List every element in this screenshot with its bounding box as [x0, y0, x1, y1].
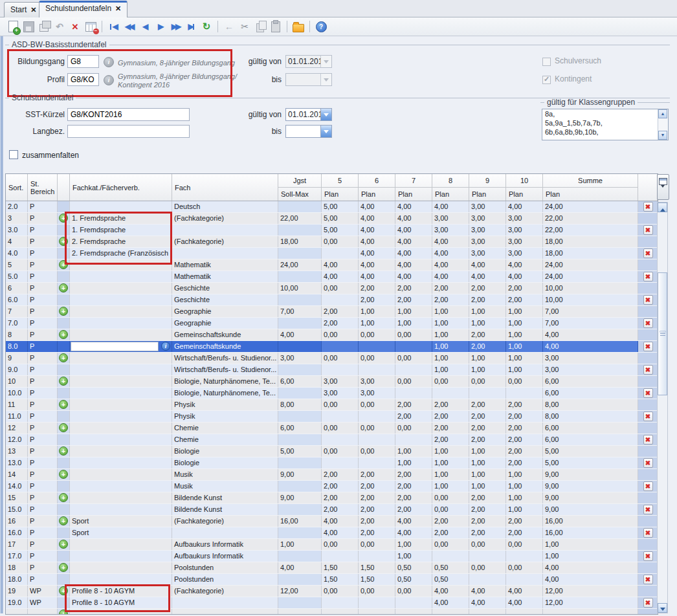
nav-next-icon[interactable]: ▶ [153, 20, 167, 33]
table-vertical-scrollbar[interactable] [657, 202, 668, 613]
add-subject-button[interactable]: + [59, 237, 68, 246]
scroll-down-icon[interactable] [658, 603, 667, 613]
klassengruppen-list[interactable]: 8a,5a,9a_1,5b,7a,7b,6b,6a,8b,9b,10b, ▲ ▼ [542, 109, 669, 140]
duplicate-record-icon[interactable] [37, 20, 51, 33]
table-row[interactable]: 19.0WPProfile 8 - 10 AGYM4,004,004,0012,… [6, 597, 658, 609]
table-row[interactable]: 4P+2. Fremdsprache(Fachkategorie)18,000,… [6, 236, 658, 248]
delete-row-button[interactable]: ✖ [643, 575, 653, 584]
column-chooser-button[interactable] [657, 174, 669, 200]
delete-row-button[interactable]: ✖ [643, 505, 653, 514]
bis-combo-basis[interactable] [285, 73, 332, 86]
add-subject-button[interactable]: + [59, 563, 68, 572]
table-row[interactable]: 6.0PGeschichte2,002,002,002,002,0010,00✖ [6, 294, 658, 306]
new-record-icon[interactable] [6, 20, 20, 33]
delete-row-button[interactable]: ✖ [643, 295, 653, 305]
table-row[interactable]: 17P+Aufbaukurs Informatik1,000,000,001,0… [6, 539, 658, 551]
table-row[interactable]: 16P+Sport(Fachkategorie)16,004,002,004,0… [6, 516, 658, 527]
gueltig-von-combo-basis[interactable]: 01.01.2016 [285, 55, 332, 68]
nav-fast-prev-icon[interactable]: ◀◀ [122, 20, 136, 33]
tab-schulstundentafeln[interactable]: Schulstundentafeln✕ [39, 1, 128, 17]
copy-icon[interactable] [253, 20, 267, 33]
delete-row-button[interactable]: ✖ [643, 272, 653, 281]
table-row[interactable]: 15P+Bildende Kunst9,002,002,002,000,002,… [6, 492, 658, 504]
klassengruppen-item[interactable]: 6b,6a,8b,9b,10b, [542, 127, 668, 137]
sst-kuerzel-input[interactable] [67, 108, 190, 121]
add-subject-button[interactable]: + [59, 540, 68, 549]
add-subject-button[interactable]: + [59, 586, 68, 595]
delete-row-button[interactable]: ✖ [643, 388, 653, 398]
delete-row-button[interactable]: ✖ [643, 435, 653, 445]
chevron-down-icon[interactable] [320, 126, 331, 137]
table-row[interactable]: 14P+Musik9,002,002,002,001,001,001,009,0… [6, 469, 658, 481]
table-row[interactable]: 3.0P1. Fremdsprache5,004,004,003,003,003… [6, 225, 658, 236]
table-row[interactable]: 10P+Biologie, Naturphänomene, Te...6,003… [6, 376, 658, 388]
fachkat-edit-input[interactable] [71, 342, 159, 351]
profil-input[interactable] [67, 73, 99, 86]
add-subject-button[interactable]: + [59, 260, 68, 269]
info-icon[interactable]: i [161, 342, 170, 351]
delete-row-button[interactable]: ✖ [643, 342, 653, 351]
table-row[interactable]: 13.0PBiologie1,001,001,002,005,00✖ [6, 457, 658, 469]
add-subject-button[interactable]: + [59, 283, 68, 292]
table-row[interactable]: 2.0PDeutsch5,004,004,004,003,004,0024,00… [6, 201, 658, 213]
scrollbar-thumb[interactable] [658, 272, 667, 395]
open-folder-icon[interactable] [291, 20, 305, 33]
klassengruppen-item[interactable]: 8a, [542, 109, 668, 118]
table-row[interactable]: 19WP+Profile 8 - 10 AGYM(Fachkategorie)1… [6, 586, 658, 597]
add-subject-button[interactable]: + [59, 330, 68, 339]
langbez-input[interactable] [67, 125, 190, 138]
table-row[interactable]: 10.0PBiologie, Naturphänomene, Te...3,00… [6, 388, 658, 399]
refresh-icon[interactable]: ↻ [199, 20, 214, 33]
table-row[interactable]: 9P+Wirtschaft/Berufs- u. Studienor...3,0… [6, 353, 658, 364]
table-row[interactable]: 3P+1. Fremdsprache(Fachkategorie)22,005,… [6, 213, 658, 225]
delete-row-button[interactable]: ✖ [643, 598, 653, 608]
add-subject-button[interactable]: + [59, 307, 68, 316]
tab-start[interactable]: Start✕ [4, 2, 43, 17]
add-subject-button[interactable]: + [59, 377, 68, 386]
table-row[interactable]: 13P+Biologie5,000,000,001,001,001,002,00… [6, 446, 658, 457]
cut-icon[interactable]: ✂ [238, 20, 252, 33]
table-row[interactable]: 8P+Gemeinschaftskunde4,000,000,000,001,0… [6, 329, 658, 341]
save-icon[interactable] [21, 20, 36, 33]
table-row[interactable]: 9.0PWirtschaft/Berufs- u. Studienor...1,… [6, 364, 658, 376]
table-row[interactable]: 18P+Poolstunden4,001,501,500,500,500,000… [6, 562, 658, 574]
scroll-down-icon[interactable]: ▼ [658, 131, 667, 140]
add-subject-button[interactable]: + [59, 493, 68, 502]
nav-first-icon[interactable]: ◀ [106, 20, 120, 33]
nav-fast-next-icon[interactable]: ▶▶ [168, 20, 183, 33]
table-row[interactable]: 16.0PSport4,002,004,002,002,002,0016,00✖ [6, 527, 658, 539]
delete-row-button[interactable]: ✖ [643, 481, 653, 491]
chevron-down-icon[interactable] [320, 56, 331, 67]
delete-row-button[interactable]: ✖ [643, 551, 653, 561]
table-remove-icon[interactable] [83, 20, 98, 33]
add-subject-button[interactable]: + [59, 214, 68, 223]
bis-combo-sst[interactable] [285, 125, 332, 138]
delete-row-button[interactable]: ✖ [643, 458, 653, 468]
scroll-up-icon[interactable] [658, 203, 667, 212]
table-row[interactable]: 14.0PMusik2,002,002,001,001,001,009,00✖ [6, 481, 658, 492]
klassengruppen-scrollbar[interactable]: ▲ ▼ [658, 109, 668, 140]
tab-close-icon[interactable]: ✕ [115, 5, 121, 12]
table-row[interactable]: 12P+Chemie6,000,000,000,002,002,002,006,… [6, 423, 658, 434]
delete-row-button[interactable]: ✖ [643, 248, 653, 258]
delete-record-icon[interactable]: ✕ [68, 20, 82, 33]
table-row[interactable]: 5.0PMathematik4,004,004,004,004,004,0024… [6, 271, 658, 283]
table-row[interactable]: 11.0PPhysik2,002,002,002,008,00✖ [6, 411, 658, 423]
delete-row-button[interactable]: ✖ [643, 202, 653, 212]
bildungsgang-input[interactable] [67, 55, 99, 68]
nav-last-icon[interactable]: ▶ [184, 20, 198, 33]
delete-row-button[interactable]: ✖ [643, 365, 653, 375]
add-subject-button[interactable]: + [59, 423, 68, 432]
back-icon[interactable]: ← [222, 20, 236, 33]
table-row[interactable]: 15.0PBildende Kunst2,002,002,000,002,001… [6, 504, 658, 516]
table-row[interactable]: 11P+Physik8,000,000,002,002,002,002,008,… [6, 399, 658, 411]
tab-close-icon[interactable]: ✕ [30, 6, 36, 14]
help-icon[interactable]: ? [314, 20, 328, 33]
zusammenfalten-checkbox[interactable] [9, 150, 18, 159]
table-row[interactable]: 7.0PGeographie2,001,001,001,001,001,007,… [6, 318, 658, 329]
table-row[interactable]: 17.0PAufbaukurs Informatik1,001,00✖ [6, 551, 658, 562]
table-row[interactable]: + [6, 609, 658, 614]
delete-row-button[interactable]: ✖ [643, 412, 653, 421]
delete-row-button[interactable]: ✖ [643, 528, 653, 538]
table-row[interactable]: 4.0P2. Fremdsprache (Französisch ...4,00… [6, 248, 658, 259]
